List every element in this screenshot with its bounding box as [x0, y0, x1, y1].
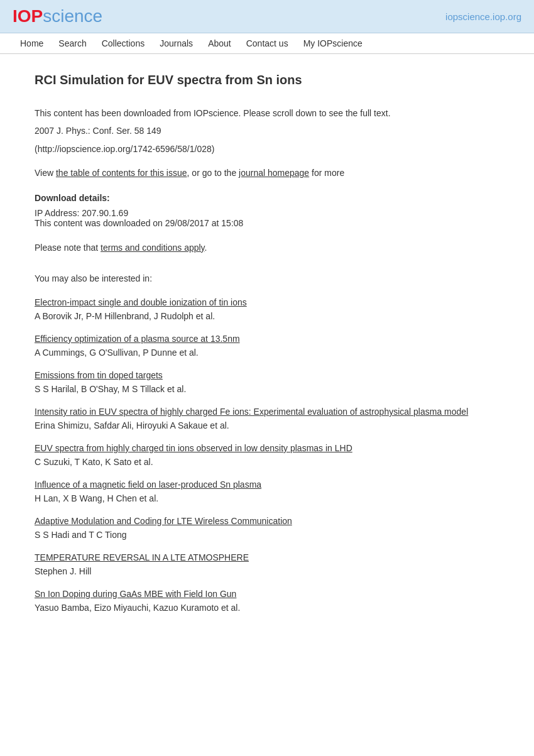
related-item-7: TEMPERATURE REVERSAL IN A LTE ATMOSPHERE… — [35, 551, 499, 576]
download-label: Download details: — [35, 193, 499, 203]
related-item-2-authors: S S Harilal, B O'Shay, M S Tillack et al… — [35, 384, 186, 394]
related-item-2-title[interactable]: Emissions from tin doped targets — [35, 369, 499, 382]
download-notice-block: This content has been downloaded from IO… — [35, 106, 499, 156]
related-item-8: Sn Ion Doping during GaAs MBE with Field… — [35, 588, 499, 613]
related-item-0-title[interactable]: Electron-impact single and double ioniza… — [35, 296, 499, 309]
view-text-mid: , or go to the — [187, 168, 239, 178]
related-item-4: EUV spectra from highly charged tin ions… — [35, 442, 499, 467]
related-item-3: Intensity ratio in EUV spectra of highly… — [35, 405, 499, 430]
site-logo[interactable]: IOPscience — [13, 6, 102, 26]
related-item-6-authors: S S Hadi and T C Tiong — [35, 530, 127, 540]
related-item-1-authors: A Cummings, G O'Sullivan, P Dunne et al. — [35, 348, 199, 358]
related-item-7-authors: Stephen J. Hill — [35, 566, 91, 576]
nav-collections[interactable]: Collections — [94, 33, 152, 53]
terms-post: . — [205, 243, 207, 253]
related-section: You may also be interested in: Electron-… — [35, 273, 499, 613]
download-notice: This content has been downloaded from IO… — [35, 106, 499, 120]
download-date: This content was downloaded on 29/08/201… — [35, 218, 499, 228]
related-item-8-authors: Yasuo Bamba, Eizo Miyauchi, Kazuo Kuramo… — [35, 603, 240, 613]
toc-link[interactable]: the table of contents for this issue — [56, 168, 187, 178]
related-item-4-title[interactable]: EUV spectra from highly charged tin ions… — [35, 442, 499, 455]
ip-address: IP Address: 207.90.1.69 — [35, 208, 499, 218]
terms-link[interactable]: terms and conditions apply — [101, 243, 205, 253]
related-item-1: Efficiency optimization of a plasma sour… — [35, 332, 499, 358]
related-item-3-authors: Erina Shimizu, Safdar Ali, Hiroyuki A Sa… — [35, 420, 229, 430]
nav-contact[interactable]: Contact us — [239, 33, 296, 53]
logo-science-text: science — [43, 6, 102, 26]
related-item-5: Influence of a magnetic field on laser-p… — [35, 478, 499, 503]
view-links-block: View the table of contents for this issu… — [35, 166, 499, 180]
nav-home[interactable]: Home — [13, 33, 51, 53]
interested-title: You may also be interested in: — [35, 273, 499, 283]
logo-iop-text: IOP — [13, 6, 43, 26]
nav-search[interactable]: Search — [51, 33, 94, 53]
nav-journals[interactable]: Journals — [152, 33, 200, 53]
related-item-3-title[interactable]: Intensity ratio in EUV spectra of highly… — [35, 405, 499, 419]
related-item-5-authors: H Lan, X B Wang, H Chen et al. — [35, 493, 158, 503]
related-item-8-title[interactable]: Sn Ion Doping during GaAs MBE with Field… — [35, 588, 499, 601]
view-text-post: for more — [309, 168, 344, 178]
related-item-0: Electron-impact single and double ioniza… — [35, 296, 499, 321]
page-title: RCI Simulation for EUV spectra from Sn i… — [35, 73, 499, 87]
header-url: iopscience.iop.org — [445, 11, 521, 22]
nav-about[interactable]: About — [200, 33, 239, 53]
related-item-2: Emissions from tin doped targets S S Har… — [35, 369, 499, 394]
main-content: RCI Simulation for EUV spectra from Sn i… — [22, 54, 512, 649]
terms-pre: Please note that — [35, 243, 101, 253]
related-item-4-authors: C Suzuki, T Kato, K Sato et al. — [35, 457, 153, 467]
journal-homepage-link[interactable]: journal homepage — [239, 168, 309, 178]
terms-block: Please note that terms and conditions ap… — [35, 241, 499, 255]
nav-my-iop[interactable]: My IOPscience — [296, 33, 370, 53]
article-url: (http://iopscience.iop.org/1742-6596/58/… — [35, 142, 499, 156]
related-item-6-title[interactable]: Adaptive Modulation and Coding for LTE W… — [35, 515, 499, 528]
main-nav: Home Search Collections Journals About C… — [0, 33, 534, 54]
citation: 2007 J. Phys.: Conf. Ser. 58 149 — [35, 124, 499, 138]
download-details: Download details: IP Address: 207.90.1.6… — [35, 193, 499, 228]
view-text-pre: View — [35, 168, 56, 178]
site-header: IOPscience iopscience.iop.org — [0, 0, 534, 33]
related-item-6: Adaptive Modulation and Coding for LTE W… — [35, 515, 499, 540]
related-item-1-title[interactable]: Efficiency optimization of a plasma sour… — [35, 332, 499, 346]
related-item-7-title[interactable]: TEMPERATURE REVERSAL IN A LTE ATMOSPHERE — [35, 551, 499, 564]
related-item-0-authors: A Borovik Jr, P-M Hillenbrand, J Rudolph… — [35, 311, 215, 321]
related-item-5-title[interactable]: Influence of a magnetic field on laser-p… — [35, 478, 499, 491]
